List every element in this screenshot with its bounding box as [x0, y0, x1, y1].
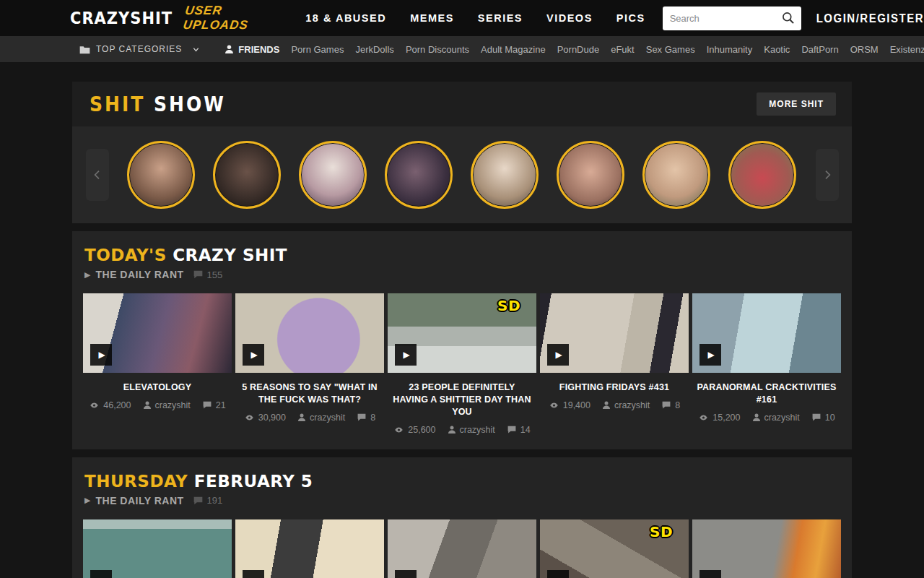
avatar[interactable] [642, 141, 710, 209]
uploader-stat[interactable]: crazyshit [752, 413, 800, 423]
friend-link-porndude[interactable]: PornDude [557, 44, 600, 55]
comment-icon [507, 425, 517, 434]
video-card[interactable]: ▶ ELEVATOLOGY 46,200 crazyshit [83, 293, 232, 435]
friend-link-porn-games[interactable]: Porn Games [291, 44, 344, 55]
video-card[interactable]: ▶ 5 REASONS TO SAY "WHAT IN THE FUCK WAS… [235, 293, 384, 435]
video-card[interactable]: SD ▶ 23 PEOPLE DEFINITELY HAVING A SHITT… [388, 293, 536, 435]
play-icon[interactable]: ▶ [547, 570, 569, 578]
friend-link-existenz[interactable]: Existenz [890, 44, 924, 55]
video-thumbnail[interactable]: ▶ [83, 293, 232, 373]
avatar[interactable] [728, 141, 796, 209]
friend-link-adult-magazine[interactable]: Adult Magazine [481, 44, 546, 55]
uploader-stat[interactable]: crazyshit [602, 400, 650, 410]
friend-link-kaotic[interactable]: Kaotic [764, 44, 790, 55]
video-card[interactable]: SD ▶ [540, 519, 689, 578]
video-card-row: ▶ ELEVATOLOGY 46,200 crazyshit [83, 293, 841, 435]
play-icon[interactable]: ▶ [395, 344, 417, 366]
views-stat: 15,200 [698, 413, 740, 423]
friends-label: FRIENDS [238, 44, 279, 55]
play-icon[interactable]: ▶ [395, 570, 417, 578]
user-icon [602, 400, 611, 410]
video-thumbnail[interactable]: ▶ [235, 519, 384, 578]
views-stat: 30,900 [244, 413, 286, 423]
video-thumbnail[interactable]: SD ▶ [540, 519, 689, 578]
video-thumbnail[interactable]: SD ▶ [388, 293, 536, 373]
play-icon[interactable]: ▶ [243, 344, 264, 366]
nav-memes[interactable]: MEMES [410, 12, 454, 25]
search-box[interactable] [663, 7, 801, 30]
play-icon[interactable]: ▶ [699, 570, 721, 578]
shit-show-header: SHIT SHOW MORE SHIT [72, 82, 852, 126]
video-thumbnail[interactable]: ▶ [83, 519, 232, 578]
login-register-button[interactable]: LOGIN/REGISTER [816, 12, 924, 25]
site-logo[interactable]: CRAZYSHIT [70, 9, 173, 27]
thursday-section: THURSDAY FEBRUARY 5 ▶ THE DAILY RANT 191… [72, 457, 852, 578]
video-card[interactable]: ▶ [235, 519, 384, 578]
video-card[interactable]: ▶ FIGHTING FRIDAYS #431 19,400 crazyshit [540, 293, 689, 435]
video-card[interactable]: ▶ [692, 519, 841, 578]
nav-18-abused[interactable]: 18 & ABUSED [305, 12, 386, 25]
top-categories-dropdown[interactable]: TOP CATEGORIES [79, 44, 206, 54]
nav-pics[interactable]: PICS [616, 12, 645, 25]
play-icon[interactable]: ▶ [90, 344, 112, 366]
views-stat: 19,400 [549, 400, 590, 410]
video-card[interactable]: ▶ [388, 519, 536, 578]
carousel-prev-button[interactable] [86, 149, 109, 201]
video-thumbnail[interactable]: ▶ [388, 519, 536, 578]
search-icon[interactable] [781, 11, 796, 25]
comment-icon [661, 400, 671, 410]
comments-stat: 14 [507, 425, 531, 435]
avatar[interactable] [557, 141, 624, 209]
top-bar: CRAZYSHIT USER UPLOADS 18 & ABUSED MEMES… [0, 0, 924, 36]
play-icon[interactable]: ▶ [547, 344, 569, 366]
sd-badge: SD [497, 297, 520, 314]
video-card[interactable]: ▶ PARANORMAL CRACKTIVITIES #161 15,200 c… [692, 293, 841, 435]
search-input[interactable] [670, 13, 781, 24]
friend-link-inhumanity[interactable]: Inhumanity [707, 44, 753, 55]
avatar[interactable] [299, 141, 367, 209]
friend-link-efukt[interactable]: eFukt [611, 44, 635, 55]
video-thumbnail[interactable]: ▶ [692, 519, 841, 578]
uploader-stat[interactable]: crazyshit [143, 400, 191, 410]
video-thumbnail[interactable]: ▶ [540, 293, 689, 373]
friend-link-jerkdolls[interactable]: JerkDolls [355, 44, 393, 55]
main-nav: 18 & ABUSED MEMES SERIES VIDEOS PICS [282, 12, 645, 24]
comment-icon [811, 413, 821, 422]
nav-series[interactable]: SERIES [478, 12, 523, 25]
uploader-stat[interactable]: crazyshit [448, 425, 495, 435]
video-card[interactable]: ▶ [83, 519, 232, 578]
video-title[interactable]: 23 PEOPLE DEFINITELY HAVING A SHITTIER D… [388, 381, 536, 418]
carousel-next-button[interactable] [816, 149, 839, 201]
video-thumbnail[interactable]: ▶ [692, 293, 841, 373]
video-title[interactable]: FIGHTING FRIDAYS #431 [540, 381, 689, 394]
video-title[interactable]: ELEVATOLOGY [83, 381, 232, 394]
shit-show-title: SHIT SHOW [90, 92, 226, 116]
friend-link-sex-games[interactable]: Sex Games [646, 44, 695, 55]
video-title[interactable]: 5 REASONS TO SAY "WHAT IN THE FUCK WAS T… [235, 381, 384, 406]
video-stats: 30,900 crazyshit 8 [235, 413, 384, 423]
daily-rant-link[interactable]: ▶ THE DAILY RANT 191 [83, 495, 841, 506]
avatar[interactable] [471, 141, 539, 209]
friend-link-orsm[interactable]: ORSM [850, 44, 879, 55]
video-title[interactable]: PARANORMAL CRACKTIVITIES #161 [692, 381, 841, 406]
more-shit-button[interactable]: MORE SHIT [757, 92, 836, 116]
play-icon[interactable]: ▶ [90, 570, 112, 578]
friend-link-daftporn[interactable]: DaftPorn [801, 44, 838, 55]
uploader-stat[interactable]: crazyshit [297, 413, 345, 423]
comment-icon [202, 400, 212, 410]
friends-link[interactable]: FRIENDS [225, 44, 279, 55]
play-icon[interactable]: ▶ [243, 570, 264, 578]
avatar[interactable] [127, 141, 195, 209]
avatar[interactable] [385, 141, 453, 209]
comment-icon [193, 496, 204, 506]
chevron-right-icon [821, 169, 833, 181]
todays-section: TODAY'S CRAZY SHIT ▶ THE DAILY RANT 155 … [72, 231, 852, 449]
video-card-row: ▶ ▶ ▶ SD ▶ [83, 519, 841, 578]
friend-link-porn-discounts[interactable]: Porn Discounts [406, 44, 469, 55]
daily-rant-link[interactable]: ▶ THE DAILY RANT 155 [83, 269, 841, 280]
nav-videos[interactable]: VIDEOS [546, 12, 593, 25]
video-thumbnail[interactable]: ▶ [235, 293, 384, 373]
avatar[interactable] [213, 141, 281, 209]
views-stat: 25,600 [393, 425, 435, 435]
play-icon[interactable]: ▶ [699, 344, 721, 366]
